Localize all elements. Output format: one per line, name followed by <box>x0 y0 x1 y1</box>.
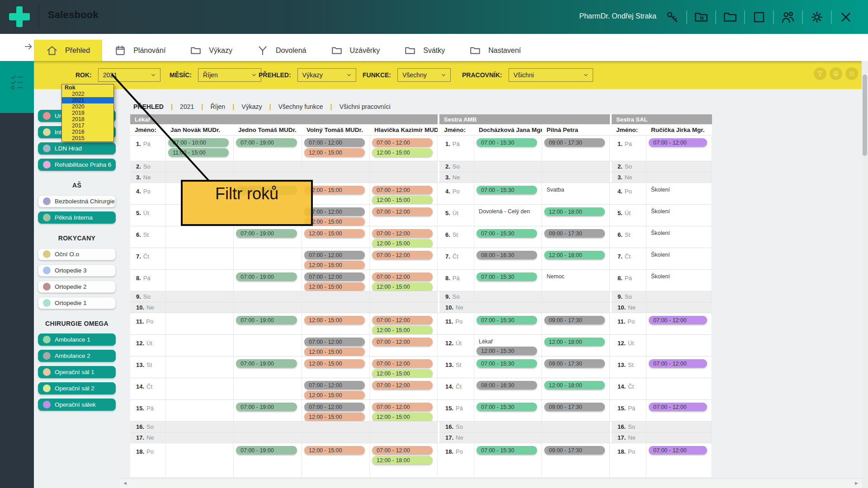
shift-cell[interactable]: 07:00 - 15:30 <box>474 226 542 248</box>
print-icon-button[interactable] <box>830 67 842 80</box>
shift-cell[interactable]: 07:00 - 12:0012:00 - 15:00 <box>370 136 438 161</box>
shift-cell[interactable]: 09:00 - 17:30 <box>542 313 610 334</box>
rail-menu-block[interactable] <box>0 61 34 113</box>
shift-badge[interactable]: 07:00 - 15:30 <box>476 446 537 455</box>
shift-badge[interactable]: 12:00 - 15:00 <box>304 186 365 194</box>
shift-cell[interactable]: 09:00 - 17:30 <box>542 400 610 421</box>
shift-cell[interactable] <box>166 357 234 378</box>
close-icon[interactable] <box>838 9 854 25</box>
shift-cell[interactable]: 07:00 - 12:0012:00 - 15:00 <box>370 226 438 248</box>
shift-cell[interactable]: Lékař12:00 - 15:30 <box>474 335 542 356</box>
shift-cell[interactable] <box>302 422 370 432</box>
shift-cell[interactable] <box>646 378 712 399</box>
shift-badge[interactable]: 07:00 - 12:00 <box>372 381 433 389</box>
shift-cell[interactable] <box>474 291 542 302</box>
shift-cell[interactable]: Školení <box>646 183 712 204</box>
year-option-2020[interactable]: 2020 <box>62 103 113 110</box>
shift-cell[interactable]: 12:00 - 15:00 <box>302 313 370 334</box>
shift-cell[interactable]: 07:00 - 10:0011:00 - 15:00 <box>166 136 234 161</box>
shift-badge[interactable]: 12:00 - 15:00 <box>304 217 365 226</box>
shift-cell[interactable] <box>370 302 438 313</box>
year-option-2018[interactable]: 2018 <box>62 116 113 122</box>
shift-badge[interactable]: 12:00 - 18:00 <box>544 251 605 259</box>
shift-cell[interactable]: 07:00 - 12:0012:00 - 15:00 <box>370 313 438 334</box>
shift-cell[interactable] <box>474 302 542 313</box>
shift-badge[interactable]: 07:00 - 12:00 <box>649 359 707 368</box>
shift-badge[interactable]: 12:00 - 15:00 <box>372 369 433 378</box>
shift-cell[interactable]: 07:00 - 19:00 <box>234 400 302 421</box>
shift-badge[interactable]: 12:00 - 15:00 <box>372 326 433 334</box>
shift-cell[interactable] <box>646 302 712 313</box>
shift-cell[interactable] <box>646 172 712 183</box>
filter-select[interactable]: Říjen <box>198 68 261 82</box>
shift-badge[interactable]: 07:00 - 12:00 <box>304 403 365 411</box>
shift-badge[interactable]: 12:00 - 15:30 <box>476 347 537 355</box>
shift-badge[interactable]: 07:00 - 15:30 <box>476 316 537 324</box>
shift-cell[interactable]: 07:00 - 12:0012:00 - 15:00 <box>302 400 370 421</box>
shift-cell[interactable]: 07:00 - 12:00 <box>646 400 712 421</box>
filter-select[interactable]: Výkazy <box>297 68 356 82</box>
shift-badge[interactable]: 12:00 - 15:00 <box>304 229 365 238</box>
shift-cell[interactable]: 07:00 - 15:30 <box>474 270 542 291</box>
shift-cell[interactable] <box>646 432 712 443</box>
shift-cell[interactable] <box>166 313 234 334</box>
folder-n-icon[interactable]: N <box>693 9 709 25</box>
shift-badge[interactable]: 12:00 - 15:00 <box>304 446 365 455</box>
shift-cell[interactable] <box>166 248 234 269</box>
shift-cell[interactable]: 07:00 - 15:30 <box>474 136 542 161</box>
shift-badge[interactable]: 08:00 - 16:30 <box>476 381 537 389</box>
year-option-2021[interactable]: 2021 <box>62 97 113 103</box>
sidebar-item-rehabilitace-praha-6[interactable]: Rehabilitace Praha 6 <box>38 159 116 171</box>
sidebar-item-bezbolestn-chirurgie[interactable]: Bezbolestná Chirurgie <box>38 195 116 207</box>
shift-cell[interactable]: 07:00 - 15:30 <box>474 357 542 378</box>
shift-cell[interactable]: 07:00 - 15:30 <box>474 313 542 334</box>
shift-badge[interactable]: 07:00 - 12:00 <box>304 381 365 389</box>
shift-cell[interactable]: 07:00 - 12:0012:00 - 15:00 <box>370 270 438 291</box>
shift-cell[interactable]: Dovolená - Celý den <box>474 205 542 226</box>
shift-cell[interactable] <box>234 335 302 356</box>
shift-cell[interactable]: Svatba <box>542 183 610 204</box>
shift-cell[interactable]: 09:00 - 17:30 <box>542 443 610 477</box>
sidebar-item-ortopedie-1[interactable]: Ortopedie 1 <box>38 297 116 309</box>
shift-cell[interactable]: 07:00 - 12:0012:00 - 15:00 <box>370 400 438 421</box>
shift-cell[interactable]: 08:00 - 16:30 <box>474 248 542 269</box>
shift-cell[interactable] <box>166 400 234 421</box>
shift-cell[interactable] <box>166 302 234 313</box>
scroll-right-arrow-icon[interactable]: ► <box>854 480 859 486</box>
shift-cell[interactable]: 07:00 - 19:00 <box>234 443 302 477</box>
shift-cell[interactable] <box>166 378 234 399</box>
shift-cell[interactable]: Nemoc <box>542 270 610 291</box>
users-icon[interactable] <box>780 9 796 25</box>
year-option-2022[interactable]: 2022 <box>62 91 113 97</box>
shift-cell[interactable]: 07:00 - 12:0012:00 - 15:00 <box>370 357 438 378</box>
year-option-2017[interactable]: 2017 <box>62 122 113 129</box>
shift-badge[interactable]: 07:00 - 15:30 <box>476 359 537 368</box>
shift-badge[interactable]: 07:00 - 15:30 <box>476 186 537 194</box>
shift-cell[interactable]: 07:00 - 12:0012:00 - 15:00 <box>302 335 370 356</box>
shift-badge[interactable]: 07:00 - 12:00 <box>372 138 433 147</box>
shift-cell[interactable] <box>166 226 234 248</box>
tab-přehled[interactable]: Přehled <box>34 40 102 61</box>
shift-cell[interactable] <box>370 161 438 172</box>
shift-badge[interactable]: 07:00 - 12:00 <box>649 138 707 147</box>
shift-cell[interactable]: 08:00 - 16:30 <box>474 378 542 399</box>
shift-badge[interactable]: 07:00 - 12:00 <box>372 186 433 194</box>
tab-uzávěrky[interactable]: Uzávěrky <box>319 40 392 61</box>
shift-cell[interactable] <box>646 161 712 172</box>
shift-badge[interactable]: 12:00 - 15:00 <box>372 282 433 291</box>
shift-cell[interactable] <box>234 432 302 443</box>
shift-badge[interactable]: 07:00 - 12:00 <box>372 251 433 259</box>
shift-cell[interactable] <box>302 302 370 313</box>
shift-cell[interactable]: 07:00 - 12:0012:00 - 15:00 <box>302 248 370 269</box>
window-icon[interactable] <box>751 9 767 25</box>
shift-badge[interactable]: 12:00 - 18:00 <box>544 381 605 389</box>
shift-cell[interactable] <box>166 422 234 432</box>
filter-select[interactable]: Všichni <box>509 68 593 82</box>
shift-cell[interactable]: 09:00 - 17:30 <box>542 226 610 248</box>
shift-cell[interactable]: 07:00 - 12:0012:00 - 18:00 <box>370 443 438 477</box>
shift-badge[interactable]: 07:00 - 19:00 <box>236 138 297 147</box>
shift-badge[interactable]: 07:00 - 12:00 <box>372 207 433 216</box>
key-icon[interactable] <box>665 9 680 25</box>
shift-badge[interactable]: 07:00 - 12:00 <box>372 229 433 238</box>
shift-cell[interactable] <box>234 422 302 432</box>
